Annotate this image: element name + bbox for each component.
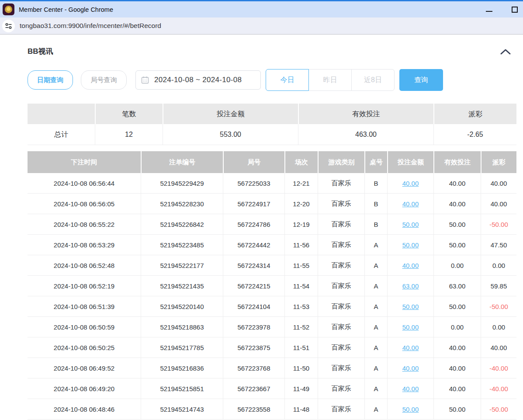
bet-amount-link[interactable]: 50.00 [402,241,419,249]
valid-bet-cell: 50.00 [433,296,481,317]
table-row: 2024-10-08 06:56:05521945228230567224917… [28,194,516,214]
col-header-session: 场次 [284,151,318,173]
round-id-cell: 567223768 [223,358,284,378]
valid-bet-cell: 0.00 [433,255,481,276]
summary-header-blank [28,104,95,124]
bet-record-table: 下注时间 注单编号 局号 场次 游戏类别 桌号 投注金额 有效投注 派彩 202… [28,151,516,420]
game-type-cell: 百家乐 [318,276,364,296]
bet-time-cell: 2024-10-08 06:50:25 [28,337,141,358]
valid-bet-cell: 0.00 [433,317,481,337]
game-type-cell: 百家乐 [318,399,364,420]
game-type-cell: 百家乐 [318,378,364,399]
bet-amount-link[interactable]: 50.00 [402,303,419,310]
quick-range-today[interactable]: 今日 [266,69,309,91]
quick-range-last8days[interactable]: 近8日 [351,69,395,91]
col-header-game-type: 游戏类别 [318,151,364,173]
valid-bet-cell: 40.00 [433,173,481,194]
valid-bet-cell: 50.00 [433,214,481,235]
chevron-up-icon[interactable] [500,48,511,55]
bet-amount-link[interactable]: 40.00 [402,364,419,372]
date-range-input[interactable]: 2024-10-08 ~ 2024-10-08 [135,70,261,90]
valid-bet-cell: 50.00 [433,235,481,255]
payout-cell: -40.00 [481,358,516,378]
table-row: 2024-10-08 06:50:59521945218863567223978… [28,317,516,337]
summary-count-value: 12 [95,124,163,145]
bet-amount-link[interactable]: 40.00 [402,180,419,187]
table-row: 2024-10-08 06:52:19521945221435567224215… [28,276,516,296]
valid-bet-cell: 40.00 [433,358,481,378]
round-query-tab[interactable]: 局号查询 [81,70,127,90]
bet-amount-cell: 40.00 [387,378,433,399]
table-row: 2024-10-08 06:52:48521945222177567224314… [28,255,516,276]
url-bar[interactable]: tongbao31.com:9900/infe/mcenter/#/betRec… [0,17,523,35]
session-cell: 11-52 [284,317,318,337]
bet-amount-link[interactable]: 50.00 [402,221,419,228]
bet-amount-link[interactable]: 50.00 [402,406,419,413]
summary-header-count: 笔数 [95,104,163,124]
bet-amount-link[interactable]: 63.00 [402,282,419,290]
bet-time-cell: 2024-10-08 06:55:22 [28,214,141,235]
quick-range-yesterday[interactable]: 昨日 [308,69,352,91]
payout-cell: -50.00 [481,214,516,235]
tune-icon[interactable] [2,20,15,32]
game-type-cell: 百家乐 [318,255,364,276]
bet-id-cell: 521945222177 [141,255,223,276]
session-cell: 11-48 [284,399,318,420]
table-no-cell: A [364,378,387,399]
bet-id-cell: 521945228230 [141,194,223,214]
bet-amount-link[interactable]: 40.00 [402,385,419,392]
payout-cell: 59.85 [481,276,516,296]
summary-valid-bet-value: 463.00 [298,124,433,145]
table-row: 2024-10-08 06:49:52521945216836567223768… [28,358,516,378]
bet-amount-cell: 40.00 [387,337,433,358]
bet-time-cell: 2024-10-08 06:48:46 [28,399,141,420]
bet-time-cell: 2024-10-08 06:52:48 [28,255,141,276]
bet-amount-link[interactable]: 40.00 [402,200,419,208]
round-id-cell: 567224104 [223,296,284,317]
url-text[interactable]: tongbao31.com:9900/infe/mcenter/#/betRec… [20,22,161,30]
table-no-cell: A [364,235,387,255]
bet-time-cell: 2024-10-08 06:53:29 [28,235,141,255]
bet-time-cell: 2024-10-08 06:56:44 [28,173,141,194]
round-id-cell: 567223558 [223,399,284,420]
search-button[interactable]: 查询 [399,69,443,91]
date-range-value: 2024-10-08 ~ 2024-10-08 [154,76,242,84]
col-header-bet-amount: 投注金额 [387,151,433,173]
session-cell: 12-20 [284,194,318,214]
bet-amount-link[interactable]: 40.00 [402,262,419,269]
minimize-icon[interactable] [486,11,492,12]
bet-amount-cell: 50.00 [387,317,433,337]
bet-time-cell: 2024-10-08 06:51:39 [28,296,141,317]
date-query-tab[interactable]: 日期查询 [28,70,73,90]
filter-toolbar: 日期查询 局号查询 2024-10-08 ~ 2024-10-08 今日 昨日 … [28,69,516,91]
col-header-bet-id: 注单编号 [141,151,223,173]
summary-bet-amount-value: 553.00 [163,124,298,145]
table-no-cell: A [364,276,387,296]
session-cell: 12-19 [284,214,318,235]
bet-id-cell: 521945223485 [141,235,223,255]
valid-bet-cell: 63.00 [433,276,481,296]
maximize-icon[interactable] [512,7,518,13]
bet-amount-link[interactable]: 40.00 [402,344,419,351]
table-row: 2024-10-08 06:55:22521945226842567224786… [28,214,516,235]
session-cell: 12-21 [284,173,318,194]
valid-bet-cell: 40.00 [433,378,481,399]
payout-cell: -50.00 [481,399,516,420]
bet-time-cell: 2024-10-08 06:52:19 [28,276,141,296]
quick-range-group: 今日 昨日 近8日 [266,69,395,91]
bet-table-body: 2024-10-08 06:56:44521945229429567225033… [28,173,516,420]
session-cell: 11-54 [284,276,318,296]
table-no-cell: A [364,296,387,317]
summary-header-payout: 派彩 [433,104,516,124]
round-id-cell: 567225033 [223,173,284,194]
summary-total-label: 总计 [28,124,95,145]
game-type-cell: 百家乐 [318,214,364,235]
payout-cell: -50.00 [481,296,516,317]
bet-amount-link[interactable]: 50.00 [402,323,419,331]
col-header-table-no: 桌号 [364,151,387,173]
col-header-round-id: 局号 [223,151,284,173]
bet-amount-cell: 40.00 [387,173,433,194]
col-header-valid-bet: 有效投注 [433,151,481,173]
game-type-cell: 百家乐 [318,296,364,317]
bet-amount-cell: 63.00 [387,276,433,296]
